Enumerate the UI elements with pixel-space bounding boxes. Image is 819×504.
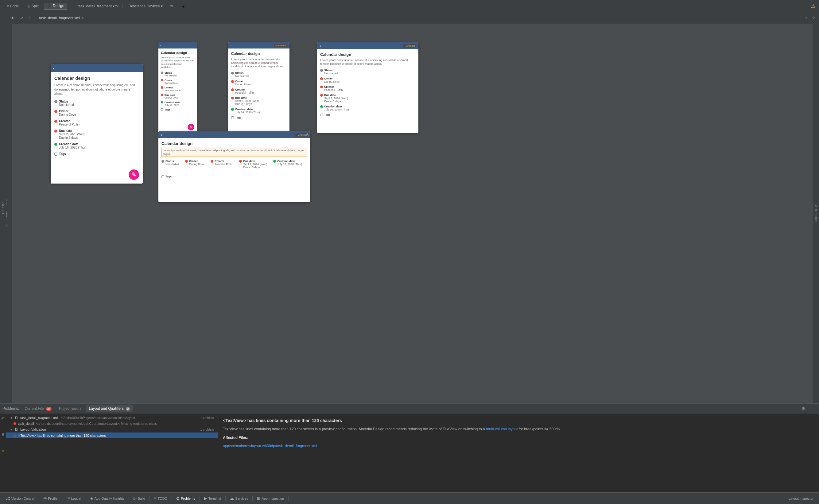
statusbar-sep-5 xyxy=(149,496,150,501)
top-toolbar: ≡ Code ⊟ Split ⬛ Design task_detail_frag… xyxy=(0,0,819,12)
eye-sec-icon: 👁 xyxy=(10,16,14,20)
device-icon: 📱 xyxy=(181,4,186,8)
panel-collapse-button[interactable]: — xyxy=(809,405,817,412)
zoom-fit-btn[interactable]: ⤢ xyxy=(18,15,25,21)
phone-fields-5: Status Not started Owner Daring Dove xyxy=(161,160,307,178)
tab-code[interactable]: ≡ Code xyxy=(4,3,22,9)
reference-devices-button[interactable]: Reference Devices ▾ xyxy=(126,3,165,9)
android-badge-4: + Android xyxy=(403,44,416,48)
terminal-icon: ▶ xyxy=(204,496,207,501)
error-name-1: task_detail xyxy=(18,422,34,425)
warning-icon: ⚠ xyxy=(811,3,815,9)
owner-icon-5 xyxy=(185,160,188,163)
problem-row-file1[interactable]: ▼ 🗋 task_detail_fragment.xml ~/AndroidSt… xyxy=(6,415,218,421)
field-owner-3: Owner Daring Dove xyxy=(231,80,286,86)
status-version-control[interactable]: ⎇ Version Control xyxy=(2,495,37,502)
tab-layout-qualifiers[interactable]: Layout and Qualifiers 2 xyxy=(86,405,133,412)
phone-desc-1: Lorem ipsum dolor sit amet, consectetur … xyxy=(54,83,139,96)
todo-icon: ≡ xyxy=(154,496,157,501)
problem-row-file2[interactable]: ▼ 🗋 Layout Validation 1 problem xyxy=(6,426,218,432)
field-due-5: Due date Sept 2, 2020 (Wed)Due in 3 days xyxy=(239,160,267,169)
tab-current-file[interactable]: Current File 28 xyxy=(21,405,55,412)
tags-icon-1 xyxy=(54,153,57,156)
warn-col-icon[interactable]: ⚠ xyxy=(2,449,5,453)
status-aqi[interactable]: ◈ App Quality Insights xyxy=(87,495,128,502)
creation-icon-2 xyxy=(161,101,163,103)
phone-content-2: Calendar design Lorem ipsum dolor sit am… xyxy=(158,48,197,133)
status-todo[interactable]: ≡ TODO xyxy=(151,495,170,502)
phone-title-5: Calendar design xyxy=(161,141,307,146)
back-arrow-4: ‹ xyxy=(320,44,321,48)
device-button[interactable]: 📱 xyxy=(179,3,188,9)
status-problems[interactable]: ⊙ Problems xyxy=(173,495,198,502)
field-status-4: Status Not started xyxy=(320,69,415,75)
creator-icon-3 xyxy=(231,88,234,91)
tags-icon-5 xyxy=(161,175,164,178)
tab-design[interactable]: ⬛ Design xyxy=(44,3,68,10)
field-status-1: Status Not started xyxy=(54,100,139,107)
phone-desc-2: Lorem ipsum dolor sit amet, consectetur … xyxy=(161,56,194,69)
status-icon-1 xyxy=(54,100,57,103)
field-creator-3: Creator Peaceful Puffin xyxy=(231,88,286,94)
status-app-inspection[interactable]: ⊞ App Inspection xyxy=(254,495,287,502)
status-profiler[interactable]: ◎ Profiler xyxy=(40,495,62,502)
back-arrow-2: ‹ xyxy=(160,44,161,47)
zoom-in-btn[interactable]: ↕ xyxy=(27,15,33,21)
status-icon-2 xyxy=(161,72,163,74)
eye-sec-btn[interactable]: 👁 xyxy=(9,15,16,21)
palette-label: Palette xyxy=(1,201,5,214)
status-terminal[interactable]: ▶ Terminal xyxy=(201,495,224,502)
sec-separator xyxy=(36,15,36,21)
status-layout-inspector[interactable]: ⬚ Layout Inspector xyxy=(781,495,817,502)
panel-settings-button[interactable]: ⚙ xyxy=(800,405,807,412)
tags-icon-2 xyxy=(161,108,163,111)
tags-icon-4 xyxy=(320,114,323,116)
phone-title-4: Calendar design xyxy=(320,52,415,57)
tab-split[interactable]: ⊟ Split xyxy=(24,3,42,9)
field-creation-5: Creation date July 16, 2020 (Thur) xyxy=(273,160,302,169)
statusbar-sep-1 xyxy=(39,496,39,501)
tags-icon-3 xyxy=(231,116,234,119)
eye-col-icon[interactable]: 👁 xyxy=(1,417,5,420)
field-status-2: Status Not started xyxy=(161,72,194,77)
due-icon-3 xyxy=(231,97,234,99)
problems-columns: 👁 ⊟ ⚠ ▼ 🗋 task_detail_fragment.xml ~/And… xyxy=(0,415,218,491)
field-creation-4: Creation date July 16, 2020 (Thur) xyxy=(320,105,415,111)
multi-column-link[interactable]: multi-column layout xyxy=(486,427,518,431)
list-col-icon[interactable]: ⊟ xyxy=(2,432,4,436)
phone-warning-badge-5: ⚠ xyxy=(305,132,309,137)
status-logcat[interactable]: ≡ Logcat xyxy=(64,495,84,502)
field-tags-4: Tags xyxy=(320,113,415,116)
due-icon-1 xyxy=(54,130,57,133)
field-due-1: Due date Sept 2, 2020 (Wed)Due in 3 days xyxy=(54,129,139,139)
sec-dropdown-icon: ▾ xyxy=(82,16,83,20)
code-icon: ≡ xyxy=(7,4,9,8)
phone-title-2: Calendar design xyxy=(161,51,194,55)
problems-title: Problems: xyxy=(2,406,19,411)
problem-row-warn1[interactable]: ⚠ <TextView> has lines containing more t… xyxy=(6,432,218,438)
status-build[interactable]: ▷ Build xyxy=(130,495,148,502)
phone-header-4: ‹ + Android xyxy=(317,42,418,49)
field-creation-3: Creation date July 16, 2020 (Thur) xyxy=(231,108,286,114)
eye-button[interactable]: 👁 xyxy=(168,3,176,9)
design-icon: ⬛ xyxy=(47,4,52,8)
status-services[interactable]: ☁ Services xyxy=(227,495,251,502)
back-arrow-3: ‹ xyxy=(231,44,232,47)
field-tags-5: Tags xyxy=(161,175,172,178)
phone-content-4: Calendar design Lorem ipsum dolor sit am… xyxy=(317,49,418,133)
affected-filepath[interactable]: app/src/main/res/layout-w600dp/task_deta… xyxy=(223,444,317,448)
problem-row-error1[interactable]: task_detail <androidx.coordinatorlayout.… xyxy=(6,421,218,426)
fab-btn-1[interactable]: ✎ xyxy=(129,169,139,180)
help-btn[interactable]: ? xyxy=(811,15,817,21)
more-btn[interactable]: » xyxy=(804,15,809,21)
statusbar-sep-4 xyxy=(129,496,129,501)
phone-header-1: ‹ xyxy=(51,64,143,72)
tab-project-errors[interactable]: Project Errors xyxy=(56,405,84,412)
services-icon: ☁ xyxy=(230,496,234,501)
fab-btn-2[interactable]: ✎ xyxy=(188,124,194,130)
toolbar-separator xyxy=(71,3,71,9)
layout-inspector-icon: ⬚ xyxy=(784,496,787,501)
file-icon-1: 🗋 xyxy=(15,416,18,420)
canvas-area[interactable]: ‹ Calendar design Lorem ipsum dolor sit … xyxy=(12,24,813,403)
zoom-in-icon: ↕ xyxy=(29,16,31,20)
